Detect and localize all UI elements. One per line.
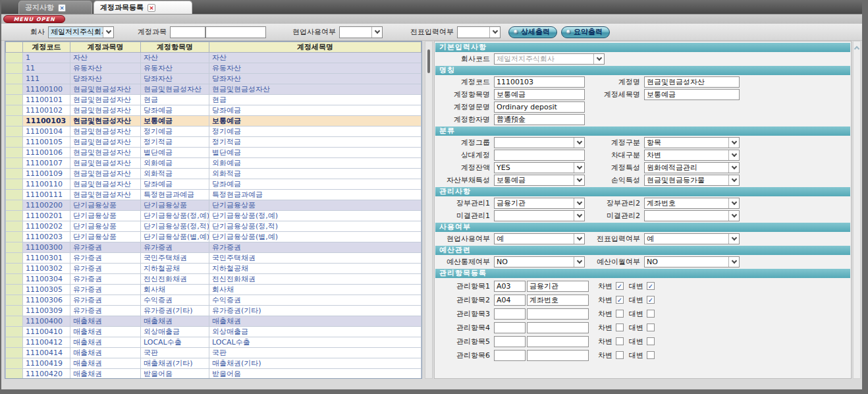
table-row[interactable]: 11100302유가증권지하철공채지하철공채	[6, 264, 421, 274]
field-input[interactable]	[644, 89, 740, 100]
close-icon[interactable]: ×	[148, 4, 155, 12]
table-row[interactable]: 11100400매출채권매출채권매출채권	[6, 316, 421, 327]
table-row[interactable]: 11100100현금및현금성자산현금및현금성자산현금및현금성자산	[6, 84, 421, 95]
chevron-down-icon[interactable]	[728, 175, 739, 185]
close-icon[interactable]: ×	[58, 4, 66, 12]
grid-scrollbar[interactable]	[425, 41, 433, 379]
table-row[interactable]: 11100106현금및현금성자산별단예금별단예금	[6, 148, 421, 158]
row-selector-cell[interactable]	[6, 105, 23, 116]
table-row[interactable]: 11100301유가증권국민주택채권국민주택채권	[6, 253, 421, 264]
row-selector-cell[interactable]	[6, 95, 23, 105]
management-name-input[interactable]	[527, 322, 589, 333]
field-select[interactable]: NO	[494, 256, 585, 267]
table-row[interactable]: 11100111현금및현금성자산특정현금과예금특정현금과예금	[6, 190, 421, 200]
chevron-down-icon[interactable]	[574, 198, 584, 208]
table-row[interactable]: 11100201단기금융상품단기금융상품(정,예)단기금융상품(정,예)	[6, 211, 421, 221]
table-row[interactable]: 11100105현금및현금성자산정기적금정기적금	[6, 137, 421, 148]
row-selector-cell[interactable]	[6, 348, 23, 358]
tab-notice[interactable]: 공지사항 ×	[18, 1, 92, 14]
management-name-input[interactable]	[527, 281, 589, 292]
row-selector-cell[interactable]	[6, 358, 23, 369]
field-input[interactable]	[494, 150, 585, 161]
field-input[interactable]	[494, 76, 585, 88]
table-row[interactable]: 11100200단기금융상품단기금융상품단기금융상품	[6, 200, 421, 211]
menu-open-button[interactable]: MENU OPEN	[3, 15, 65, 23]
field-select[interactable]: 금융기관	[494, 198, 585, 209]
row-selector-cell[interactable]	[6, 190, 23, 200]
summary-print-button[interactable]: 요약출력	[561, 26, 610, 38]
slip-input-select[interactable]	[457, 26, 501, 38]
management-name-input[interactable]	[527, 308, 589, 320]
table-row[interactable]: 11유동자산유동자산유동자산	[6, 63, 421, 74]
tab-account-registration[interactable]: 계정과목등록 ×	[94, 1, 192, 14]
field-select[interactable]: 예	[644, 233, 740, 244]
row-selector-cell[interactable]	[6, 316, 23, 327]
management-code-input[interactable]	[494, 350, 526, 361]
panel-scrollbar[interactable]	[853, 41, 861, 379]
chevron-down-icon[interactable]	[728, 150, 739, 160]
chevron-down-icon[interactable]	[103, 27, 113, 38]
chevron-down-icon[interactable]	[728, 138, 739, 148]
row-selector-cell[interactable]	[6, 306, 23, 316]
row-selector-cell[interactable]	[6, 264, 23, 274]
field-select[interactable]: 원화예적금관리	[644, 162, 740, 173]
table-row[interactable]: 11100420매출채권받을어음받을어음	[6, 369, 421, 380]
field-select[interactable]: 보통예금	[494, 175, 585, 186]
debit-checkbox[interactable]: ✓	[616, 296, 624, 304]
biz-use-select[interactable]	[339, 26, 383, 38]
row-selector-cell[interactable]	[6, 116, 23, 127]
row-selector-cell[interactable]	[6, 295, 23, 306]
detail-print-button[interactable]: 상세출력	[508, 26, 557, 38]
management-name-input[interactable]	[527, 350, 589, 361]
credit-checkbox[interactable]	[647, 351, 655, 359]
credit-checkbox[interactable]: ✓	[647, 282, 655, 290]
table-row[interactable]: 11100104현금및현금성자산정기예금정기예금	[6, 127, 421, 137]
management-code-input[interactable]	[494, 308, 526, 320]
row-selector-cell[interactable]	[6, 137, 23, 148]
table-row[interactable]: 11100110현금및현금성자산당좌예금당좌예금	[6, 179, 421, 190]
row-selector-cell[interactable]	[6, 169, 23, 179]
field-select[interactable]	[494, 210, 585, 221]
chevron-down-icon[interactable]	[728, 163, 739, 173]
chevron-down-icon[interactable]	[574, 211, 584, 221]
row-selector-cell[interactable]	[6, 63, 23, 74]
chevron-down-icon[interactable]	[728, 211, 739, 221]
management-name-input[interactable]	[527, 295, 589, 306]
table-row[interactable]: 11100410매출채권외상매출금외상매출금	[6, 327, 421, 337]
field-select[interactable]: YES	[494, 162, 585, 173]
table-row[interactable]: 1자산자산자산	[6, 53, 421, 63]
chevron-down-icon[interactable]	[371, 27, 382, 38]
row-selector-cell[interactable]	[6, 232, 23, 242]
table-row[interactable]: 11100103현금및현금성자산보통예금보통예금	[6, 116, 421, 127]
field-select[interactable]	[644, 210, 740, 221]
chevron-down-icon[interactable]	[728, 234, 739, 244]
field-select[interactable]: 예	[494, 233, 585, 244]
grid-scrollbar-thumb[interactable]	[427, 49, 430, 73]
table-row[interactable]: 11100414매출채권국판국판	[6, 348, 421, 358]
debit-checkbox[interactable]	[616, 337, 624, 345]
row-selector-cell[interactable]	[6, 53, 23, 63]
debit-checkbox[interactable]	[616, 310, 624, 318]
account-name-input[interactable]	[205, 26, 266, 38]
field-input[interactable]	[494, 89, 585, 100]
field-select[interactable]: 제일저지주식회사	[494, 53, 605, 65]
row-selector-cell[interactable]	[6, 127, 23, 137]
table-row[interactable]: 11100304유가증권전신전화채권전신전화채권	[6, 274, 421, 285]
row-selector-cell[interactable]	[6, 158, 23, 169]
field-input[interactable]	[644, 76, 740, 88]
table-row[interactable]: 11100309유가증권유가증권(기타)유가증권(기타)	[6, 306, 421, 316]
chevron-down-icon[interactable]	[574, 163, 584, 173]
row-selector-cell[interactable]	[6, 337, 23, 348]
field-select[interactable]: 현금및현금등가물	[644, 175, 740, 186]
row-selector-cell[interactable]	[6, 274, 23, 285]
row-selector-cell[interactable]	[6, 369, 23, 380]
company-select[interactable]: 제일저지주식회사	[48, 26, 114, 38]
chevron-down-icon[interactable]	[574, 175, 584, 185]
table-row[interactable]: 11100101현금및현금성자산현금현금	[6, 95, 421, 105]
debit-checkbox[interactable]	[616, 351, 624, 359]
row-selector-cell[interactable]	[6, 211, 23, 221]
row-selector-cell[interactable]	[6, 84, 23, 95]
table-row[interactable]: 11100109현금및현금성자산외화적금외화적금	[6, 169, 421, 179]
credit-checkbox[interactable]: ✓	[647, 296, 655, 304]
row-selector-cell[interactable]	[6, 200, 23, 211]
